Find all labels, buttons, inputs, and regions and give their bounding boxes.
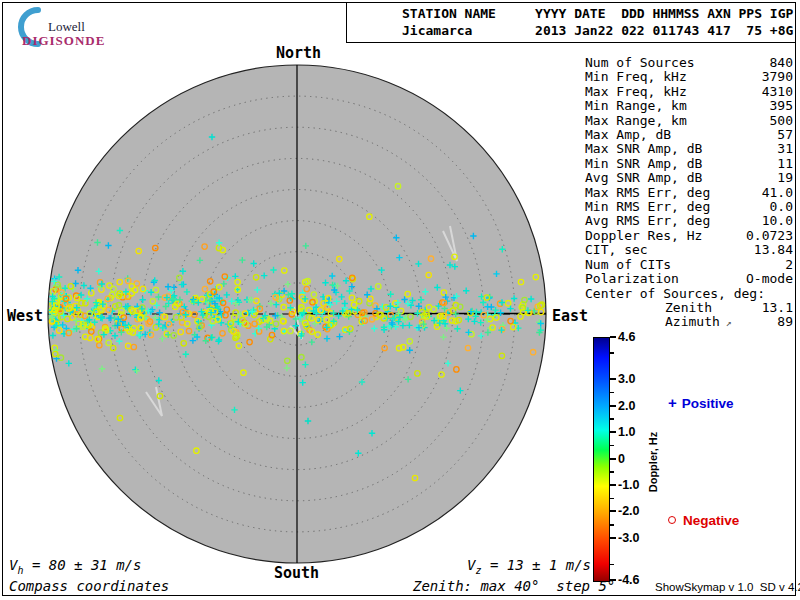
- stat-row: Zenith13.1: [585, 301, 793, 315]
- vh-value: = 80 ± 31 m/s: [23, 557, 141, 573]
- vz-value: = 13 ± 1 m/s: [481, 557, 591, 573]
- colorbar-tick: [610, 431, 616, 433]
- legend-negative-label: Negative: [683, 513, 739, 528]
- compass-north-label: North: [276, 44, 321, 62]
- colorbar-minor-tick: [610, 564, 614, 566]
- compass-west-label: West: [7, 307, 43, 325]
- stat-value: 0.0: [770, 200, 793, 214]
- stat-row: Center of Sources, deg:: [585, 287, 793, 301]
- plus-icon: +: [668, 394, 677, 411]
- stat-row: PolarizationO-mode: [585, 272, 793, 286]
- stat-value: 395: [770, 99, 793, 113]
- colorbar-tick-label: -4.6: [618, 573, 640, 587]
- stat-label: Max Range, km: [585, 114, 687, 128]
- doppler-colorbar: [593, 337, 610, 582]
- stat-row: Doppler Res, Hz0.0723: [585, 229, 793, 243]
- stat-value: 57: [777, 128, 793, 142]
- stat-value: 19: [777, 171, 793, 185]
- stat-value: 41.0: [762, 186, 793, 200]
- vh-readout: Vh = 80 ± 31 m/s: [9, 557, 141, 576]
- stat-value: 13.84: [754, 243, 793, 257]
- legend-positive-label: Positive: [682, 396, 734, 411]
- compass-east-label: East: [552, 307, 588, 325]
- stat-row: Num of Sources840: [585, 56, 793, 70]
- colorbar-minor-tick: [610, 445, 614, 447]
- stat-row: Avg RMS Err, deg10.0: [585, 214, 793, 228]
- stat-label: Min SNR Amp, dB: [585, 157, 702, 171]
- stat-label: Center of Sources, deg:: [585, 287, 765, 301]
- stat-row: Max SNR Amp, dB31: [585, 142, 793, 156]
- compass-south-label: South: [274, 564, 319, 582]
- stat-row: Avg SNR Amp, dB19: [585, 171, 793, 185]
- colorbar-tick-label: 0: [618, 452, 625, 466]
- colorbar-tick-label: 4.6: [618, 330, 635, 344]
- colorbar-minor-tick: [610, 498, 614, 500]
- colorbar-tick: [610, 537, 616, 539]
- stat-label: Max SNR Amp, dB: [585, 142, 702, 156]
- stat-row: Max RMS Err, deg41.0: [585, 186, 793, 200]
- stat-value: 31: [777, 142, 793, 156]
- colorbar-tick: [610, 378, 616, 380]
- stat-row: Max Range, km500: [585, 114, 793, 128]
- stat-label: Num of CITs: [585, 258, 671, 272]
- colorbar-minor-tick: [610, 471, 614, 473]
- circle-icon: [668, 516, 676, 524]
- colorbar-minor-tick: [610, 352, 614, 354]
- colorbar-tick-label: 2.0: [618, 399, 635, 413]
- legend-positive: +Positive: [668, 394, 734, 411]
- colorbar-minor-tick: [610, 418, 614, 420]
- colorbar-title: Doppler, Hz: [647, 427, 659, 497]
- stat-row: Max Freq, kHz4310: [585, 85, 793, 99]
- stat-value: 89: [777, 315, 793, 330]
- colorbar-tick: [610, 405, 616, 407]
- stat-label: Max Amp, dB: [585, 128, 671, 142]
- showskymap-window: Lowell DIGISONDE STATION NAME YYYY DATE …: [0, 0, 800, 600]
- colorbar-tick: [610, 336, 616, 338]
- stat-label: Num of Sources: [585, 56, 695, 70]
- colorbar-tick-label: -1.0: [618, 478, 640, 492]
- stat-value: 840: [770, 56, 793, 70]
- stat-value: O-mode: [746, 272, 793, 286]
- colorbar-tick-label: -3.0: [618, 531, 640, 545]
- colorbar-tick: [610, 484, 616, 486]
- stat-row: Max Amp, dB57: [585, 128, 793, 142]
- stat-value: 4310: [762, 85, 793, 99]
- stat-row: Min RMS Err, deg0.0: [585, 200, 793, 214]
- stat-row: Min Freq, kHz3790: [585, 70, 793, 84]
- legend-negative: Negative: [668, 513, 739, 528]
- stat-label: Avg SNR Amp, dB: [585, 171, 702, 185]
- stat-label: Avg RMS Err, deg: [585, 214, 710, 228]
- stat-value: 13.1: [762, 301, 793, 315]
- colorbar-tick-label: -2.0: [618, 504, 640, 518]
- stat-label: Min Range, km: [585, 99, 687, 113]
- azimuth-arrow-icon: ↗: [720, 317, 732, 328]
- stat-label: Zenith: [585, 301, 712, 315]
- stat-label: Doppler Res, Hz: [585, 229, 702, 243]
- stat-label: Max Freq, kHz: [585, 85, 687, 99]
- colorbar-tick: [610, 458, 616, 460]
- colorbar-tick: [610, 510, 616, 512]
- stat-value: 10.0: [762, 214, 793, 228]
- stat-value: 500: [770, 114, 793, 128]
- stat-label: Max RMS Err, deg: [585, 186, 710, 200]
- stat-value: 2: [785, 258, 793, 272]
- stat-row: CIT, sec13.84: [585, 243, 793, 257]
- colorbar-tick-label: 3.0: [618, 372, 635, 386]
- colorbar-minor-tick: [610, 392, 614, 394]
- stat-value: 3790: [762, 70, 793, 84]
- colorbar-tick-label: 1.0: [618, 425, 635, 439]
- zenith-note: Zenith: max 40° step 5°: [413, 578, 615, 594]
- colorbar-minor-tick: [610, 524, 614, 526]
- stat-row: Min Range, km395: [585, 99, 793, 113]
- stat-value: 11: [777, 157, 793, 171]
- stat-label: CIT, sec: [585, 243, 648, 257]
- version-text: ShowSkymap v 1.0 SD v 4.2: [655, 581, 800, 593]
- stat-label: Min Freq, kHz: [585, 70, 687, 84]
- stat-row: Num of CITs2: [585, 258, 793, 272]
- stat-label: Azimuth↗: [585, 315, 732, 330]
- stat-label: Polarization: [585, 272, 679, 286]
- stat-row: Min SNR Amp, dB11: [585, 157, 793, 171]
- vz-readout: Vz = 13 ± 1 m/s: [467, 557, 591, 576]
- stat-row: Azimuth↗89: [585, 315, 793, 330]
- stats-panel: Num of Sources840Min Freq, kHz3790Max Fr…: [585, 56, 793, 331]
